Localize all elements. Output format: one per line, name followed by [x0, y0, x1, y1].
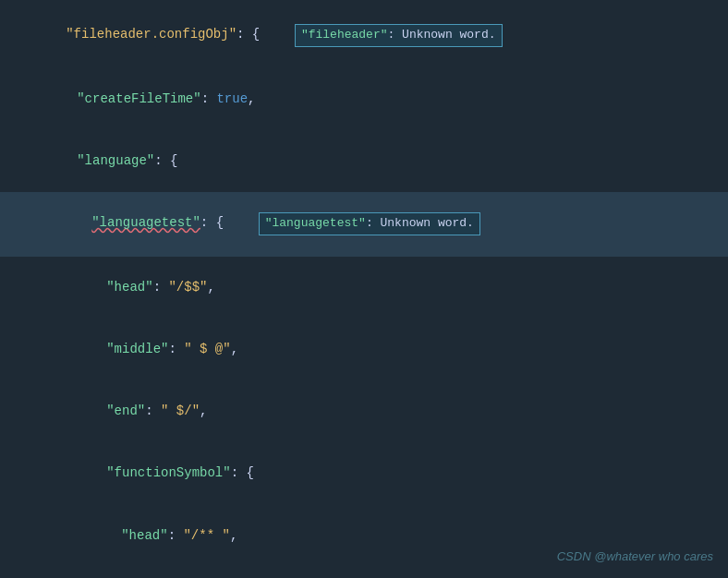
line-6-content: "middle": " $ @", — [0, 319, 721, 380]
token-string: "fileheader.configObj" — [66, 27, 237, 42]
code-line-1: "fileheader.configObj": { "fileheader": … — [0, 4, 728, 68]
code-line-10: "middle": " * @", — [0, 566, 728, 578]
tooltip-fileheader: "fileheader": Unknown word. — [295, 24, 503, 47]
code-line-2: "createFileTime": true, — [0, 68, 728, 130]
line-5-content: "head": "/$$", — [0, 257, 721, 319]
code-line-8: "functionSymbol": { — [0, 442, 728, 504]
code-line-3: "language": { — [0, 130, 728, 192]
line-10-content: "middle": " * @", — [0, 566, 721, 578]
tooltip-languagetest: "languagetest": Unknown word. — [259, 212, 480, 235]
code-editor: "fileheader.configObj": { "fileheader": … — [0, 0, 728, 578]
line-3-content: "language": { — [0, 130, 721, 192]
watermark: CSDN @whatever who cares — [557, 548, 713, 567]
code-line-6: "middle": " $ @", — [0, 319, 728, 380]
line-8-content: "functionSymbol": { — [0, 442, 721, 504]
code-container: "fileheader.configObj": { "fileheader": … — [0, 0, 728, 578]
line-7-content: "end": " $/", — [0, 380, 721, 442]
code-line-7: "end": " $/", — [0, 380, 728, 442]
line-4-content: "languagetest": { "languagetest": Unknow… — [0, 192, 721, 257]
code-line-5: "head": "/$$", — [0, 257, 728, 319]
line-1-content: "fileheader.configObj": { "fileheader": … — [0, 4, 721, 68]
token-colon: : { — [237, 27, 291, 42]
code-line-4: "languagetest": { "languagetest": Unknow… — [0, 192, 728, 257]
line-2-content: "createFileTime": true, — [0, 68, 721, 130]
